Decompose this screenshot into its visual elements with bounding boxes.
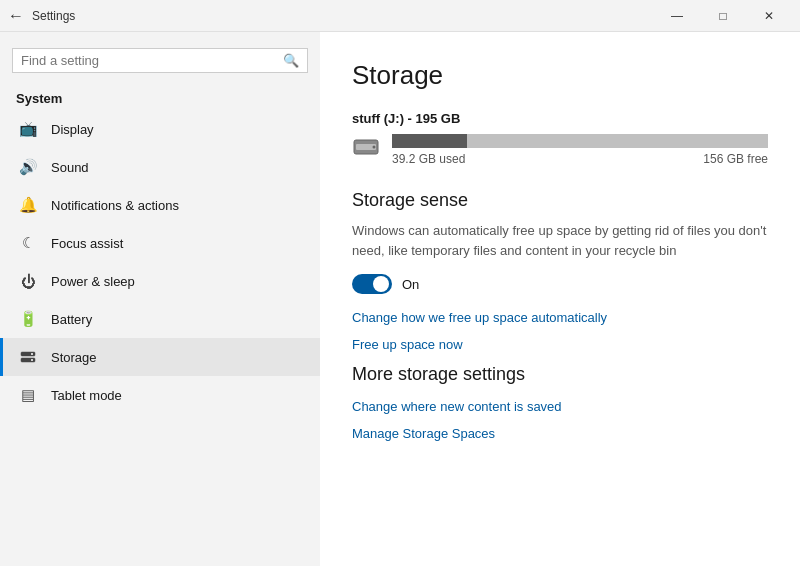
toggle-knob <box>373 276 389 292</box>
sidebar-item-label: Display <box>51 122 94 137</box>
drive-icon <box>352 136 380 164</box>
svg-point-3 <box>31 359 33 361</box>
titlebar-title: Settings <box>32 9 75 23</box>
drive-stats: 39.2 GB used 156 GB free <box>392 152 768 166</box>
sound-icon: 🔊 <box>19 158 37 176</box>
sidebar-item-battery[interactable]: 🔋 Battery <box>0 300 320 338</box>
sidebar-item-label: Sound <box>51 160 89 175</box>
titlebar-controls: — □ ✕ <box>654 0 792 32</box>
sidebar-item-display[interactable]: 📺 Display <box>0 110 320 148</box>
tablet-icon: ▤ <box>19 386 37 404</box>
sidebar: 🔍 System 📺 Display 🔊 Sound 🔔 Notificatio… <box>0 32 320 566</box>
drive-free: 156 GB free <box>703 152 768 166</box>
sidebar-item-label: Power & sleep <box>51 274 135 289</box>
change-content-location-link[interactable]: Change where new content is saved <box>352 399 768 414</box>
sidebar-item-label: Notifications & actions <box>51 198 179 213</box>
more-settings-title: More storage settings <box>352 364 768 385</box>
manage-storage-spaces-link[interactable]: Manage Storage Spaces <box>352 426 768 441</box>
free-up-space-link[interactable]: Free up space now <box>352 337 768 352</box>
drive-bar-fill <box>392 134 467 148</box>
sidebar-section-header: System <box>0 81 320 110</box>
drive-section: stuff (J:) - 195 GB 39.2 GB used 15 <box>352 111 768 166</box>
titlebar-left: ← Settings <box>8 7 654 25</box>
close-button[interactable]: ✕ <box>746 0 792 32</box>
focus-icon: ☾ <box>19 234 37 252</box>
sidebar-item-sound[interactable]: 🔊 Sound <box>0 148 320 186</box>
notifications-icon: 🔔 <box>19 196 37 214</box>
content-area: Storage stuff (J:) - 195 GB 39 <box>320 32 800 566</box>
back-icon: ← <box>8 7 24 25</box>
battery-icon: 🔋 <box>19 310 37 328</box>
storage-sense-toggle[interactable] <box>352 274 392 294</box>
search-input[interactable] <box>21 53 277 68</box>
search-icon: 🔍 <box>283 53 299 68</box>
storage-icon <box>19 348 37 366</box>
sidebar-item-notifications[interactable]: 🔔 Notifications & actions <box>0 186 320 224</box>
drive-row: 39.2 GB used 156 GB free <box>352 134 768 166</box>
toggle-label: On <box>402 277 419 292</box>
minimize-button[interactable]: — <box>654 0 700 32</box>
display-icon: 📺 <box>19 120 37 138</box>
storage-sense-title: Storage sense <box>352 190 768 211</box>
svg-point-6 <box>373 146 376 149</box>
power-icon: ⏻ <box>19 272 37 290</box>
svg-point-2 <box>31 353 33 355</box>
titlebar: ← Settings — □ ✕ <box>0 0 800 32</box>
maximize-button[interactable]: □ <box>700 0 746 32</box>
sidebar-item-tablet[interactable]: ▤ Tablet mode <box>0 376 320 414</box>
storage-sense-description: Windows can automatically free up space … <box>352 221 768 260</box>
main-layout: 🔍 System 📺 Display 🔊 Sound 🔔 Notificatio… <box>0 32 800 566</box>
toggle-row: On <box>352 274 768 294</box>
sidebar-item-label: Battery <box>51 312 92 327</box>
sidebar-item-focus[interactable]: ☾ Focus assist <box>0 224 320 262</box>
drive-bar-bg <box>392 134 768 148</box>
drive-used: 39.2 GB used <box>392 152 465 166</box>
sidebar-item-storage[interactable]: Storage <box>0 338 320 376</box>
drive-name: stuff (J:) - 195 GB <box>352 111 768 126</box>
drive-info: 39.2 GB used 156 GB free <box>392 134 768 166</box>
sidebar-item-power[interactable]: ⏻ Power & sleep <box>0 262 320 300</box>
sidebar-item-label: Tablet mode <box>51 388 122 403</box>
change-free-space-link[interactable]: Change how we free up space automaticall… <box>352 310 768 325</box>
sidebar-item-label: Storage <box>51 350 97 365</box>
sidebar-item-label: Focus assist <box>51 236 123 251</box>
search-box[interactable]: 🔍 <box>12 48 308 73</box>
page-title: Storage <box>352 60 768 91</box>
